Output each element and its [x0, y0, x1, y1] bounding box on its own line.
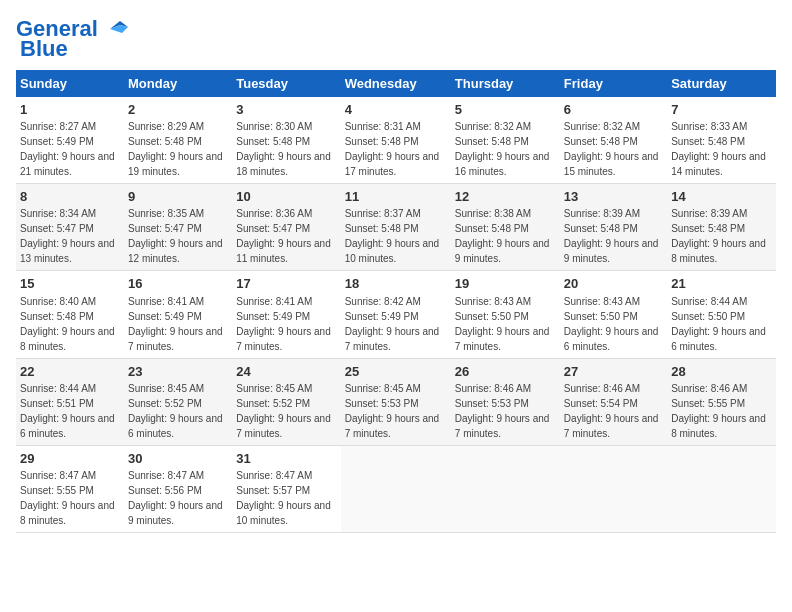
day-16: 16Sunrise: 8:41 AMSunset: 5:49 PMDayligh…	[124, 271, 232, 358]
day-number: 17	[236, 275, 336, 293]
day-number: 1	[20, 101, 120, 119]
day-5: 5Sunrise: 8:32 AMSunset: 5:48 PMDaylight…	[451, 97, 560, 184]
sunrise-info: Sunrise: 8:37 AM	[345, 208, 421, 219]
day-number: 31	[236, 450, 336, 468]
day-number: 2	[128, 101, 228, 119]
day-8: 8Sunrise: 8:34 AMSunset: 5:47 PMDaylight…	[16, 184, 124, 271]
day-7: 7Sunrise: 8:33 AMSunset: 5:48 PMDaylight…	[667, 97, 776, 184]
sunset-info: Sunset: 5:48 PM	[20, 311, 94, 322]
day-number: 25	[345, 363, 447, 381]
day-31: 31Sunrise: 8:47 AMSunset: 5:57 PMDayligh…	[232, 445, 340, 532]
sunrise-info: Sunrise: 8:46 AM	[671, 383, 747, 394]
day-number: 24	[236, 363, 336, 381]
sunrise-info: Sunrise: 8:47 AM	[128, 470, 204, 481]
day-number: 30	[128, 450, 228, 468]
day-number: 8	[20, 188, 120, 206]
sunrise-info: Sunrise: 8:31 AM	[345, 121, 421, 132]
sunrise-info: Sunrise: 8:47 AM	[20, 470, 96, 481]
daylight-info: Daylight: 9 hours and 8 minutes.	[20, 500, 115, 526]
daylight-info: Daylight: 9 hours and 8 minutes.	[671, 238, 766, 264]
day-number: 12	[455, 188, 556, 206]
sunrise-info: Sunrise: 8:39 AM	[671, 208, 747, 219]
day-1: 1Sunrise: 8:27 AMSunset: 5:49 PMDaylight…	[16, 97, 124, 184]
daylight-info: Daylight: 9 hours and 8 minutes.	[671, 413, 766, 439]
sunset-info: Sunset: 5:50 PM	[671, 311, 745, 322]
sunset-info: Sunset: 5:53 PM	[455, 398, 529, 409]
day-number: 15	[20, 275, 120, 293]
day-number: 3	[236, 101, 336, 119]
day-17: 17Sunrise: 8:41 AMSunset: 5:49 PMDayligh…	[232, 271, 340, 358]
col-wednesday: Wednesday	[341, 70, 451, 97]
daylight-info: Daylight: 9 hours and 18 minutes.	[236, 151, 331, 177]
daylight-info: Daylight: 9 hours and 9 minutes.	[455, 238, 550, 264]
sunset-info: Sunset: 5:48 PM	[236, 136, 310, 147]
sunrise-info: Sunrise: 8:35 AM	[128, 208, 204, 219]
sunrise-info: Sunrise: 8:29 AM	[128, 121, 204, 132]
daylight-info: Daylight: 9 hours and 16 minutes.	[455, 151, 550, 177]
day-28: 28Sunrise: 8:46 AMSunset: 5:55 PMDayligh…	[667, 358, 776, 445]
daylight-info: Daylight: 9 hours and 7 minutes.	[345, 326, 440, 352]
sunset-info: Sunset: 5:53 PM	[345, 398, 419, 409]
daylight-info: Daylight: 9 hours and 11 minutes.	[236, 238, 331, 264]
daylight-info: Daylight: 9 hours and 7 minutes.	[236, 413, 331, 439]
logo-blue: Blue	[20, 36, 68, 62]
day-2: 2Sunrise: 8:29 AMSunset: 5:48 PMDaylight…	[124, 97, 232, 184]
daylight-info: Daylight: 9 hours and 7 minutes.	[455, 413, 550, 439]
empty-cell	[560, 445, 667, 532]
sunrise-info: Sunrise: 8:27 AM	[20, 121, 96, 132]
sunset-info: Sunset: 5:49 PM	[345, 311, 419, 322]
col-monday: Monday	[124, 70, 232, 97]
sunrise-info: Sunrise: 8:39 AM	[564, 208, 640, 219]
daylight-info: Daylight: 9 hours and 7 minutes.	[345, 413, 440, 439]
col-thursday: Thursday	[451, 70, 560, 97]
daylight-info: Daylight: 9 hours and 10 minutes.	[345, 238, 440, 264]
sunset-info: Sunset: 5:55 PM	[20, 485, 94, 496]
col-friday: Friday	[560, 70, 667, 97]
sunset-info: Sunset: 5:48 PM	[564, 136, 638, 147]
daylight-info: Daylight: 9 hours and 6 minutes.	[564, 326, 659, 352]
day-number: 14	[671, 188, 772, 206]
day-18: 18Sunrise: 8:42 AMSunset: 5:49 PMDayligh…	[341, 271, 451, 358]
day-13: 13Sunrise: 8:39 AMSunset: 5:48 PMDayligh…	[560, 184, 667, 271]
col-tuesday: Tuesday	[232, 70, 340, 97]
sunset-info: Sunset: 5:48 PM	[671, 223, 745, 234]
day-number: 4	[345, 101, 447, 119]
week-row-5: 29Sunrise: 8:47 AMSunset: 5:55 PMDayligh…	[16, 445, 776, 532]
sunrise-info: Sunrise: 8:43 AM	[455, 296, 531, 307]
day-number: 10	[236, 188, 336, 206]
sunrise-info: Sunrise: 8:32 AM	[564, 121, 640, 132]
sunset-info: Sunset: 5:52 PM	[128, 398, 202, 409]
daylight-info: Daylight: 9 hours and 6 minutes.	[671, 326, 766, 352]
day-number: 29	[20, 450, 120, 468]
day-9: 9Sunrise: 8:35 AMSunset: 5:47 PMDaylight…	[124, 184, 232, 271]
sunset-info: Sunset: 5:51 PM	[20, 398, 94, 409]
sunrise-info: Sunrise: 8:42 AM	[345, 296, 421, 307]
logo-bird-icon	[100, 19, 130, 39]
day-number: 9	[128, 188, 228, 206]
header: General Blue	[16, 16, 776, 62]
week-row-3: 15Sunrise: 8:40 AMSunset: 5:48 PMDayligh…	[16, 271, 776, 358]
sunset-info: Sunset: 5:48 PM	[345, 223, 419, 234]
sunrise-info: Sunrise: 8:36 AM	[236, 208, 312, 219]
daylight-info: Daylight: 9 hours and 7 minutes.	[128, 326, 223, 352]
sunset-info: Sunset: 5:48 PM	[564, 223, 638, 234]
logo: General Blue	[16, 16, 130, 62]
day-21: 21Sunrise: 8:44 AMSunset: 5:50 PMDayligh…	[667, 271, 776, 358]
day-19: 19Sunrise: 8:43 AMSunset: 5:50 PMDayligh…	[451, 271, 560, 358]
daylight-info: Daylight: 9 hours and 12 minutes.	[128, 238, 223, 264]
day-number: 6	[564, 101, 663, 119]
day-number: 19	[455, 275, 556, 293]
day-number: 23	[128, 363, 228, 381]
daylight-info: Daylight: 9 hours and 14 minutes.	[671, 151, 766, 177]
empty-cell	[451, 445, 560, 532]
day-number: 20	[564, 275, 663, 293]
sunset-info: Sunset: 5:48 PM	[671, 136, 745, 147]
daylight-info: Daylight: 9 hours and 10 minutes.	[236, 500, 331, 526]
sunset-info: Sunset: 5:57 PM	[236, 485, 310, 496]
day-3: 3Sunrise: 8:30 AMSunset: 5:48 PMDaylight…	[232, 97, 340, 184]
sunset-info: Sunset: 5:48 PM	[455, 223, 529, 234]
sunrise-info: Sunrise: 8:34 AM	[20, 208, 96, 219]
sunset-info: Sunset: 5:48 PM	[455, 136, 529, 147]
day-number: 27	[564, 363, 663, 381]
day-15: 15Sunrise: 8:40 AMSunset: 5:48 PMDayligh…	[16, 271, 124, 358]
